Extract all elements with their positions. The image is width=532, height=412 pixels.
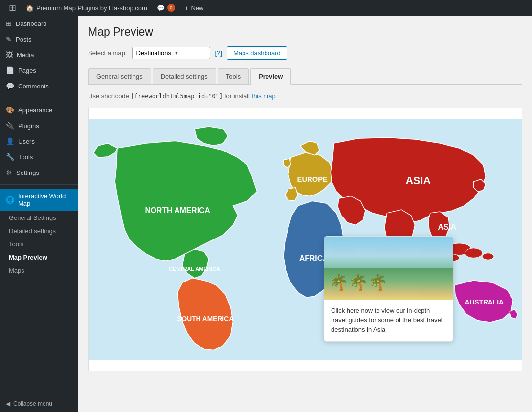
tooltip-popup: Click here now to view our in-depth trav… bbox=[324, 236, 453, 342]
maps-dashboard-button[interactable]: Maps dashboard bbox=[227, 46, 287, 60]
tooltip-image bbox=[324, 237, 453, 300]
comments-icon: 💬 bbox=[6, 82, 14, 90]
tab-general-settings[interactable]: General settings bbox=[88, 68, 151, 84]
sidebar-sub-maps[interactable]: Maps bbox=[0, 264, 78, 277]
wp-logo-icon: ⊞ bbox=[9, 2, 16, 13]
dropdown-caret-icon: ▼ bbox=[174, 50, 205, 56]
sidebar-sub-general-settings[interactable]: General Settings bbox=[0, 211, 78, 224]
collapse-icon: ◀ bbox=[6, 400, 10, 407]
sidebar-divider-1 bbox=[0, 98, 78, 98]
svg-point-2 bbox=[465, 248, 482, 258]
tooltip-text: Click here now to view our in-depth trav… bbox=[324, 300, 453, 342]
main-content: Map Preview Select a map: Destinations ▼… bbox=[78, 16, 532, 412]
map-container: NORTH AMERICA CENTRAL AMERICA SOUTH AMER… bbox=[88, 108, 522, 371]
media-icon: 🖼 bbox=[6, 51, 13, 59]
shortcode-code: [freeworldhtml5map id="0"] bbox=[131, 93, 222, 100]
sidebar-sub-tools[interactable]: Tools bbox=[0, 238, 78, 251]
central-america-label: CENTRAL AMERICA bbox=[169, 266, 220, 272]
svg-point-4 bbox=[482, 253, 494, 260]
sidebar: ⊞ Dashboard ✎ Posts 🖼 Media 📄 Pages 💬 Co… bbox=[0, 16, 78, 412]
adminbar-wp-logo[interactable]: ⊞ bbox=[4, 0, 21, 16]
dashboard-icon: ⊞ bbox=[6, 20, 12, 27]
tab-preview[interactable]: Preview bbox=[250, 68, 291, 85]
sidebar-item-dashboard[interactable]: ⊞ Dashboard bbox=[0, 16, 78, 31]
map-select-dropdown[interactable]: Destinations ▼ bbox=[132, 47, 210, 59]
site-home-icon: 🏠 bbox=[26, 4, 34, 12]
interactive-map-icon: 🌐 bbox=[6, 196, 14, 204]
sidebar-sub-map-preview[interactable]: Map Preview bbox=[0, 251, 78, 264]
adminbar-comments[interactable]: 💬 0 bbox=[152, 0, 180, 16]
tabs-row: General settings Detailed settings Tools… bbox=[88, 68, 522, 85]
plugins-icon: 🔌 bbox=[6, 122, 14, 130]
sidebar-item-users[interactable]: 👤 Users bbox=[0, 133, 78, 149]
sidebar-item-tools[interactable]: 🔧 Tools bbox=[0, 149, 78, 165]
sidebar-item-plugins[interactable]: 🔌 Plugins bbox=[0, 118, 78, 133]
comments-count-badge: 0 bbox=[167, 4, 175, 12]
shortcode-info: Use shortcode [freeworldhtml5map id="0"]… bbox=[88, 92, 522, 100]
users-icon: 👤 bbox=[6, 137, 14, 145]
north-america-label: NORTH AMERICA bbox=[145, 206, 210, 215]
tooltip-image-inner bbox=[324, 237, 453, 300]
collapse-menu-button[interactable]: ◀ Collapse menu bbox=[0, 395, 78, 412]
adminbar-site-name[interactable]: 🏠 Premium Map Plugins by Fla-shop.com bbox=[21, 0, 152, 16]
pages-icon: 📄 bbox=[6, 66, 14, 74]
tab-detailed-settings[interactable]: Detailed settings bbox=[153, 68, 216, 84]
sidebar-item-interactive-world-map[interactable]: 🌐 Interactive World Map bbox=[0, 189, 78, 211]
tools-icon: 🔧 bbox=[6, 153, 14, 161]
sidebar-item-media[interactable]: 🖼 Media bbox=[0, 47, 78, 63]
map-select-row: Select a map: Destinations ▼ [?] Maps da… bbox=[88, 46, 522, 60]
sidebar-item-posts[interactable]: ✎ Posts bbox=[0, 31, 78, 47]
map-select-label: Select a map: bbox=[88, 49, 127, 57]
admin-bar: ⊞ 🏠 Premium Map Plugins by Fla-shop.com … bbox=[0, 0, 532, 16]
australia-label: AUSTRALIA bbox=[465, 299, 504, 306]
plus-icon: + bbox=[185, 4, 189, 12]
asia-label-se: ASIA bbox=[438, 223, 457, 231]
world-map-svg[interactable]: NORTH AMERICA CENTRAL AMERICA SOUTH AMER… bbox=[89, 108, 522, 371]
sidebar-divider-2 bbox=[0, 184, 78, 185]
sidebar-item-settings[interactable]: ⚙ Settings bbox=[0, 165, 78, 180]
help-icon[interactable]: [?] bbox=[215, 49, 222, 57]
south-america-label: SOUTH AMERICA bbox=[177, 315, 234, 323]
appearance-icon: 🎨 bbox=[6, 106, 14, 114]
posts-icon: ✎ bbox=[6, 35, 12, 43]
sidebar-item-pages[interactable]: 📄 Pages bbox=[0, 63, 78, 78]
sidebar-sub-detailed-settings[interactable]: Detailed settings bbox=[0, 224, 78, 238]
comment-bubble-icon: 💬 bbox=[157, 4, 165, 12]
page-title: Map Preview bbox=[88, 25, 522, 39]
adminbar-new[interactable]: + New bbox=[180, 0, 209, 16]
europe-label: EUROPE bbox=[297, 175, 328, 183]
tab-tools[interactable]: Tools bbox=[218, 68, 249, 84]
settings-icon: ⚙ bbox=[6, 169, 12, 176]
asia-label-main: ASIA bbox=[405, 174, 431, 187]
sidebar-item-comments[interactable]: 💬 Comments bbox=[0, 78, 78, 94]
selected-map-value: Destinations bbox=[136, 49, 172, 57]
sidebar-submenu: General Settings Detailed settings Tools… bbox=[0, 211, 78, 277]
sidebar-item-appearance[interactable]: 🎨 Appearance bbox=[0, 102, 78, 118]
this-map-link[interactable]: this map bbox=[252, 92, 276, 100]
